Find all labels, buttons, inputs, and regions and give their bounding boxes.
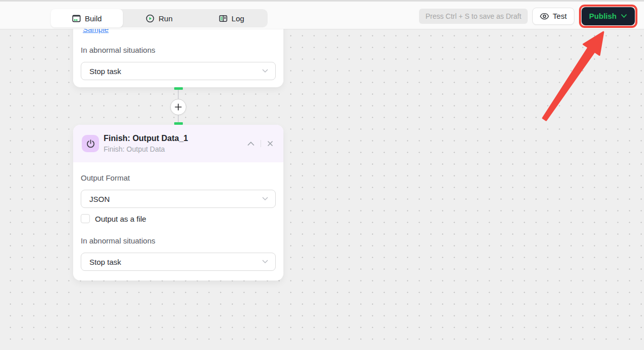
chevron-down-icon xyxy=(262,69,268,73)
dropdown-value: Stop task xyxy=(89,67,262,76)
save-draft-hint: Press Ctrl + S to save as Draft xyxy=(419,9,528,24)
top-toolbar: Build Run Log Press Ctrl + S to save as … xyxy=(0,0,644,29)
tab-run[interactable]: Run xyxy=(123,9,195,27)
output-format-label: Output Format xyxy=(81,173,130,182)
output-as-file-checkbox[interactable] xyxy=(81,214,90,223)
tab-log[interactable]: Log xyxy=(196,9,268,27)
workflow-node-finish: Finish: Output Data_1 Finish: Output Dat… xyxy=(73,125,283,281)
dropdown-value: Stop task xyxy=(89,258,262,266)
dropdown-value: JSON xyxy=(89,195,262,203)
connector-port-top xyxy=(174,87,183,90)
abnormal-situations-label: In abnormal situations xyxy=(81,236,155,245)
collapse-node-button[interactable] xyxy=(246,141,255,147)
build-icon xyxy=(72,14,81,23)
header-divider xyxy=(261,140,261,147)
test-label: Test xyxy=(553,12,567,20)
chevron-down-icon xyxy=(262,260,268,264)
abnormal-situations-dropdown[interactable]: Stop task xyxy=(81,253,276,271)
test-button[interactable]: Test xyxy=(532,8,574,25)
publish-label: Publish xyxy=(589,12,617,20)
node-badge xyxy=(82,135,99,152)
eye-icon xyxy=(540,13,549,20)
chevron-up-icon xyxy=(247,142,254,146)
tab-build[interactable]: Build xyxy=(51,9,123,27)
view-tab-group: Build Run Log xyxy=(51,9,268,27)
node-subtitle: Finish: Output Data xyxy=(104,145,246,154)
chevron-down-icon xyxy=(262,197,268,201)
close-icon xyxy=(267,141,273,147)
node-header[interactable]: Finish: Output Data_1 Finish: Output Dat… xyxy=(73,125,283,162)
connector-port-bottom xyxy=(174,122,183,125)
output-as-file-label: Output as a file xyxy=(95,215,146,223)
abnormal-situations-label: In abnormal situations xyxy=(81,46,155,54)
output-format-dropdown[interactable]: JSON xyxy=(81,190,276,208)
close-node-button[interactable] xyxy=(266,139,274,148)
tab-label: Build xyxy=(85,14,102,23)
annotation-arrow xyxy=(533,28,609,124)
abnormal-situations-dropdown[interactable]: Stop task xyxy=(81,62,276,80)
tab-label: Log xyxy=(232,14,244,23)
add-node-button[interactable] xyxy=(170,99,186,115)
tab-label: Run xyxy=(158,14,173,23)
publish-button[interactable]: Publish xyxy=(582,7,635,25)
output-as-file-option[interactable]: Output as a file xyxy=(81,214,146,223)
plus-icon xyxy=(174,103,182,111)
chevron-down-icon xyxy=(621,14,627,18)
annotation-highlight-box: Publish xyxy=(579,5,637,28)
log-icon xyxy=(219,14,228,23)
power-icon xyxy=(86,139,95,149)
node-title: Finish: Output Data_1 xyxy=(104,133,246,143)
run-icon xyxy=(146,14,154,23)
